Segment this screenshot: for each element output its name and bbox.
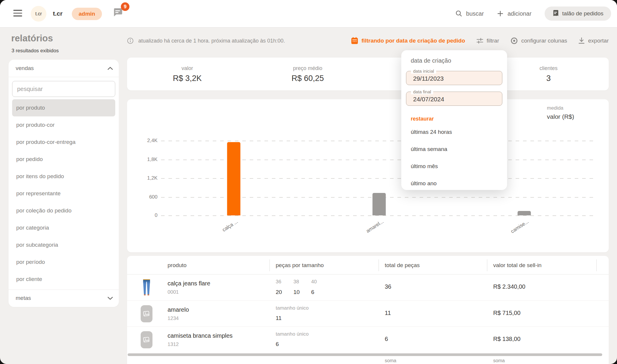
search-icon [455, 10, 462, 17]
table-row[interactable]: amarelo 1234 tamanho único 11 11 R$ 715,… [127, 300, 609, 326]
reports-sidebar: relatórios 3 resultados exibidos vendas … [9, 30, 119, 307]
product-name: amarelo [168, 306, 189, 313]
add-label: adicionar [507, 10, 531, 17]
role-badge: admin [72, 8, 102, 20]
chart-bar[interactable] [227, 142, 240, 215]
group-vendas[interactable]: vendas [9, 60, 119, 77]
sidebar-item-por-periodo[interactable]: por período [12, 254, 115, 271]
stat-label: preço médio [293, 65, 322, 72]
gridline [161, 215, 597, 216]
sidebar-item-por-produto[interactable]: por produto [12, 99, 115, 116]
product-code: 0001 [168, 289, 179, 295]
summary-stats-card: valor R$ 3,2K preço médio R$ 60,25 clien… [127, 58, 609, 90]
option-ultimo-ano[interactable]: último ano [401, 175, 507, 192]
stat-label: clientes [540, 65, 558, 72]
end-date-value: 24/07/2024 [413, 96, 444, 103]
table-header: produto peças por tamanho total de peças… [127, 256, 609, 274]
restore-button[interactable]: restaurar [411, 116, 507, 122]
order-pad-label: talão de pedidos [562, 10, 603, 17]
image-placeholder-icon [141, 331, 152, 348]
plus-icon [497, 10, 504, 17]
stat-label: valor [181, 65, 193, 72]
sizes-cell: tamanho único 11 [276, 305, 309, 321]
column-divider [596, 259, 597, 271]
sidebar-item-por-colecao-do-pedido[interactable]: por coleção do pedido [12, 202, 115, 219]
start-date-value: 29/11/2023 [413, 75, 444, 82]
column-header-valor-total[interactable]: valor total de sell-in [493, 256, 542, 274]
gridline [161, 160, 597, 160]
end-date-field[interactable]: data final 24/07/2024 [406, 92, 502, 106]
size-label: tamanho único [276, 305, 309, 311]
size-qty: 6 [276, 341, 309, 347]
sidebar-item-por-representante[interactable]: por representante [12, 185, 115, 202]
column-header-total-de-pecas[interactable]: total de peças [385, 256, 420, 274]
menu-icon[interactable] [13, 10, 22, 17]
stat-value: 3 [546, 74, 551, 83]
option-ultimas-24-horas[interactable]: últimas 24 horas [401, 124, 507, 141]
table-row[interactable]: camiseta branca simples 1312 tamanho úni… [127, 326, 609, 352]
option-ultima-semana[interactable]: última semana [401, 141, 507, 158]
search-button[interactable]: buscar [455, 10, 484, 17]
column-divider [379, 259, 379, 271]
sizes-cell: 36 38 40 20 10 6 [276, 279, 319, 295]
sellin-value-cell: R$ 715,00 [493, 310, 520, 316]
y-axis-tick: 1,2K [140, 175, 158, 181]
export-button[interactable]: exportar [578, 37, 609, 44]
column-header-pecas-por-tamanho[interactable]: peças por tamanho [276, 256, 324, 274]
chart-x-label: amarel... [365, 219, 384, 234]
horizontal-scrollbar[interactable] [128, 353, 602, 356]
order-pad-button[interactable]: talão de pedidos [545, 6, 611, 21]
report-search-input[interactable] [12, 81, 115, 97]
chat-button[interactable]: 9 [113, 8, 131, 24]
sum-label-value: soma [493, 358, 505, 363]
group-vendas-label: vendas [16, 65, 34, 72]
add-button[interactable]: adicionar [497, 10, 531, 17]
sidebar-item-por-categoria[interactable]: por categoria [12, 219, 115, 236]
sidebar-item-por-pedido[interactable]: por pedido [12, 151, 115, 168]
chart-bar[interactable] [372, 193, 386, 215]
app-window: t.cr t.cr admin 9 buscar adicionar [0, 0, 617, 364]
filter-label: filtrar [487, 38, 499, 44]
size-label: tamanho único [276, 331, 309, 337]
configure-columns-button[interactable]: configurar colunas [510, 37, 567, 44]
size-qty: 20 [276, 289, 283, 295]
products-table-card: produto peças por tamanho total de peças… [127, 256, 609, 364]
report-groups-card: vendas por produto por produto-cor por p… [9, 60, 119, 307]
filter-button[interactable]: filtrar [476, 38, 499, 44]
sidebar-item-por-produto-cor-entrega[interactable]: por produto-cor-entrega [12, 134, 115, 151]
measure-select[interactable]: medida valor (R$) [547, 105, 588, 120]
date-filter-button[interactable]: filtrando por data de criação de pedido [351, 37, 465, 45]
quick-range-options: últimas 24 horas última semana último mê… [401, 124, 507, 192]
search-label: buscar [466, 10, 484, 17]
receipt-icon [552, 10, 559, 17]
size-label: 38 [293, 279, 301, 285]
group-metas[interactable]: metas [9, 290, 119, 306]
sidebar-item-por-itens-do-pedido[interactable]: por itens do pedido [12, 168, 115, 185]
start-date-field[interactable]: data inicial 29/11/2023 [406, 71, 502, 85]
sidebar-item-por-cliente[interactable]: por cliente [12, 271, 115, 288]
sidebar-item-por-produto-cor[interactable]: por produto-cor [12, 116, 115, 134]
table-row[interactable]: calça jeans flare 0001 36 38 40 20 10 6 … [127, 274, 609, 300]
calendar-icon [351, 37, 358, 45]
sidebar-item-por-subcategoria[interactable]: por subcategoria [12, 236, 115, 254]
image-placeholder-icon [141, 305, 152, 322]
total-pieces-cell: 6 [385, 336, 388, 342]
option-ultimo-mes[interactable]: último mês [401, 158, 507, 175]
chart-bar[interactable] [518, 211, 531, 215]
sliders-icon [476, 38, 483, 44]
sellin-value-cell: R$ 138,00 [493, 336, 520, 342]
logo-text: t.cr [35, 11, 42, 17]
topbar: t.cr t.cr admin 9 buscar adicionar [0, 0, 617, 27]
column-header-produto[interactable]: produto [168, 256, 186, 274]
product-thumbnail-jeans [141, 279, 152, 296]
table-footer: soma soma [127, 357, 609, 364]
column-divider [269, 259, 270, 271]
gridline [161, 141, 597, 141]
page-title: relatórios [11, 33, 119, 44]
product-code: 1312 [168, 342, 179, 347]
size-qty: 6 [311, 289, 319, 295]
y-axis-tick: 1,8K [140, 157, 158, 162]
brand-logo-avatar[interactable]: t.cr [31, 6, 46, 22]
size-label: 40 [311, 279, 319, 285]
configure-columns-label: configurar colunas [521, 38, 567, 44]
